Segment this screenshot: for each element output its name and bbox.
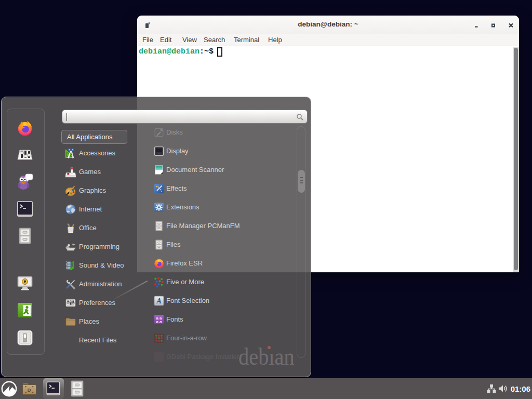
svg-text:D: D — [28, 387, 31, 393]
svg-text:A: A — [156, 297, 162, 305]
svg-text:a a: a a — [156, 320, 162, 324]
